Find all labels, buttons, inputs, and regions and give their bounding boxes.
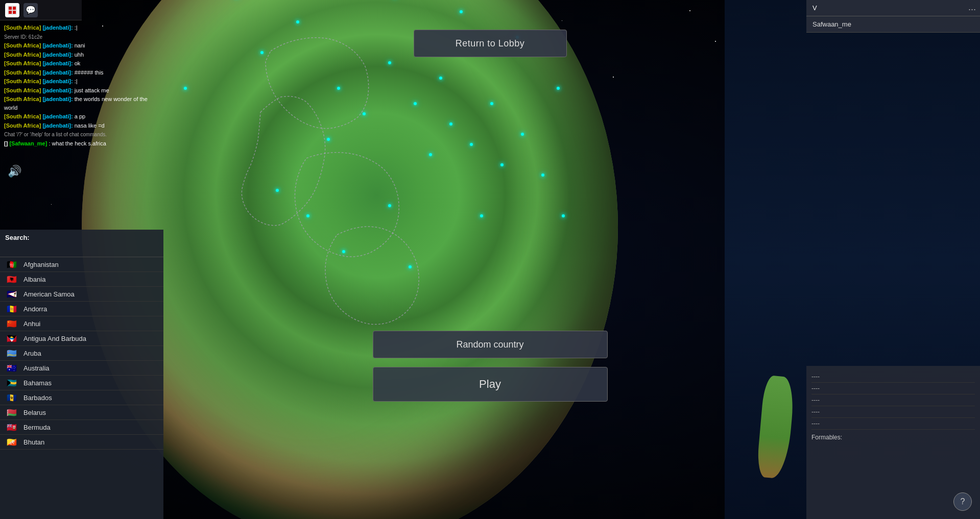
country-name: Andorra <box>23 305 47 313</box>
country-name: Aruba <box>23 350 41 357</box>
city-dot <box>409 265 412 268</box>
country-flag: 🇦🇱 <box>5 275 18 284</box>
city-dot <box>184 87 187 90</box>
country-name: Belarus <box>23 409 46 416</box>
country-flag: 🇨🇳 <box>5 319 18 328</box>
top-search-input[interactable] <box>812 4 974 12</box>
country-item[interactable]: 🇦🇺Australia <box>0 361 163 376</box>
city-dot <box>414 102 417 105</box>
country-item[interactable]: 🇨🇳Anhui <box>0 316 163 331</box>
city-dot <box>541 174 544 177</box>
country-flag: 🇦🇬 <box>5 334 18 343</box>
country-item[interactable]: 🇧🇲Bermuda <box>0 420 163 435</box>
country-flag: 🇧🇲 <box>5 423 18 432</box>
city-dot <box>260 51 264 54</box>
city-dot <box>470 143 473 146</box>
player-name: Safwaan_me <box>812 20 851 28</box>
city-dot <box>388 61 391 64</box>
city-dot <box>276 189 279 192</box>
country-flag: 🇧🇧 <box>5 393 18 402</box>
city-dot <box>388 204 391 207</box>
city-dot <box>449 122 452 126</box>
country-flag: 🇧🇸 <box>5 378 18 387</box>
scoreboard-panel: ---- ---- ---- ---- ---- Formables: <box>806 366 980 519</box>
search-label: Search: <box>5 234 158 241</box>
country-flag: 🇦🇼 <box>5 349 18 358</box>
star <box>689 10 690 11</box>
star <box>613 77 614 78</box>
help-button[interactable]: ? <box>953 492 972 511</box>
country-name: Afghanistan <box>23 261 59 268</box>
svg-rect-4 <box>13 11 16 14</box>
top-right-panel: Safwaan_me <box>806 0 980 33</box>
city-dot <box>490 102 493 105</box>
city-dot <box>327 138 330 141</box>
sound-button[interactable]: 🔊 <box>6 163 22 180</box>
roblox-chat-icon[interactable]: 💬 <box>23 3 38 17</box>
country-name: Bermuda <box>23 424 51 431</box>
country-item[interactable]: 🇦🇸American Samoa <box>0 287 163 302</box>
player-row: Safwaan_me <box>806 16 980 33</box>
country-name: Bahamas <box>23 379 52 387</box>
country-name: Barbados <box>23 394 52 402</box>
country-item[interactable]: 🇧🇹Bhutan <box>0 435 163 450</box>
country-name: Australia <box>23 364 50 372</box>
roblox-toolbar: 💬 <box>0 0 82 20</box>
country-item[interactable]: 🇦🇬Antigua And Barbuda <box>0 331 163 346</box>
country-name: American Samoa <box>23 290 75 298</box>
top-search-bar <box>806 0 980 16</box>
play-button[interactable]: Play <box>373 367 608 402</box>
city-dot <box>306 214 309 217</box>
country-list-panel: Search: 🇦🇫Afghanistan🇦🇱Albania🇦🇸American… <box>0 230 163 519</box>
roblox-home-icon[interactable] <box>5 3 19 17</box>
star <box>102 26 103 27</box>
city-dot <box>557 87 560 90</box>
city-dot <box>500 163 504 166</box>
search-container: Search: <box>0 230 163 257</box>
city-dot <box>460 10 463 13</box>
country-name: Antigua And Barbuda <box>23 335 86 342</box>
city-dot <box>337 87 340 90</box>
country-name: Bhutan <box>23 438 44 446</box>
country-item[interactable]: 🇦🇼Aruba <box>0 346 163 361</box>
star <box>562 20 562 21</box>
country-item[interactable]: 🇧🇾Belarus <box>0 405 163 420</box>
country-item[interactable]: 🇦🇩Andorra <box>0 302 163 316</box>
svg-rect-3 <box>9 11 12 14</box>
country-flag: 🇦🇩 <box>5 304 18 313</box>
random-country-button[interactable]: Random country <box>373 331 608 358</box>
country-flag: 🇦🇺 <box>5 363 18 373</box>
score-entry-4: ---- <box>811 406 975 418</box>
score-entry-2: ---- <box>811 383 975 394</box>
city-dot <box>342 250 345 253</box>
city-dot <box>562 214 565 217</box>
city-dot <box>521 133 524 136</box>
search-input[interactable] <box>5 244 158 252</box>
city-dot <box>429 153 432 156</box>
more-options-button[interactable]: ··· <box>968 4 976 15</box>
score-entry-1: ---- <box>811 371 975 383</box>
city-dot <box>480 214 483 217</box>
svg-rect-1 <box>9 7 12 10</box>
country-item[interactable]: 🇦🇫Afghanistan <box>0 257 163 272</box>
formables-label: Formables: <box>811 434 975 441</box>
country-name: Albania <box>23 276 45 283</box>
country-item[interactable]: 🇦🇱Albania <box>0 272 163 287</box>
country-list: 🇦🇫Afghanistan🇦🇱Albania🇦🇸American Samoa🇦🇩… <box>0 257 163 519</box>
country-flag: 🇧🇾 <box>5 408 18 417</box>
country-item[interactable]: 🇧🇸Bahamas <box>0 376 163 390</box>
svg-rect-2 <box>13 7 16 10</box>
country-flag: 🇧🇹 <box>5 437 18 447</box>
country-flag: 🇦🇸 <box>5 289 18 299</box>
return-to-lobby-button[interactable]: Return to Lobby <box>414 30 567 57</box>
country-flag: 🇦🇫 <box>5 260 18 269</box>
star <box>51 204 52 205</box>
country-name: Anhui <box>23 320 40 328</box>
city-dot <box>439 77 442 80</box>
country-item[interactable]: 🇧🇧Barbados <box>0 390 163 405</box>
score-entry-3: ---- <box>811 394 975 406</box>
city-dot <box>296 20 299 23</box>
score-entry-5: ---- <box>811 418 975 430</box>
star <box>715 41 716 42</box>
city-dot <box>363 112 366 115</box>
